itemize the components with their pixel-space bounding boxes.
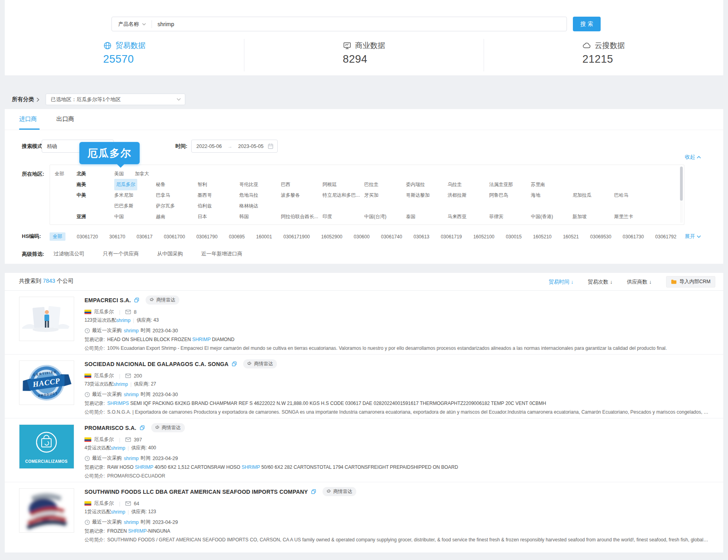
- hs-code[interactable]: 03061790: [196, 234, 217, 240]
- region-item[interactable]: 巴西: [281, 179, 290, 190]
- tab-importers[interactable]: 进口商: [19, 115, 37, 123]
- region-item[interactable]: 韩国: [239, 211, 249, 222]
- company-name[interactable]: EMPACRECI S.A.: [85, 297, 131, 303]
- matched-keyword[interactable]: shrimp: [113, 382, 128, 387]
- company-card[interactable]: SOUTHWIND FOODS LLC DBA GREAT AMERICAN S…: [5, 482, 723, 546]
- region-item[interactable]: 特立尼达和多巴...: [323, 190, 360, 201]
- region-item[interactable]: 新加坡: [572, 211, 587, 222]
- region-item[interactable]: 洪都拉斯: [448, 190, 467, 201]
- import-crm-button[interactable]: 导入内部CRM: [666, 276, 715, 288]
- region-item-all[interactable]: 全部: [55, 169, 77, 179]
- region-item[interactable]: 阿拉伯联合酋长...: [281, 211, 318, 222]
- tab-cloud-data[interactable]: 云搜数据 21215: [582, 39, 625, 71]
- hs-code[interactable]: 03061730: [623, 234, 644, 240]
- region-item[interactable]: 泰国: [406, 211, 415, 222]
- hs-code[interactable]: 16052900: [321, 234, 342, 240]
- hs-code[interactable]: 030613: [413, 234, 429, 240]
- radar-badge[interactable]: 商情雷达: [151, 423, 185, 432]
- hs-code[interactable]: 160001: [256, 234, 272, 240]
- hs-code[interactable]: 03061740: [381, 234, 402, 240]
- hs-code[interactable]: 16052100: [473, 234, 494, 240]
- all-categories-breadcrumb[interactable]: 所有分类: [12, 96, 39, 103]
- region-item[interactable]: 墨西哥: [198, 190, 212, 201]
- search-category-select[interactable]: 产品名称: [112, 21, 152, 28]
- region-item[interactable]: 中国(香港): [531, 211, 553, 222]
- hs-code-all[interactable]: 全部: [50, 232, 65, 241]
- region-item[interactable]: 乌拉圭: [448, 179, 462, 190]
- region-item[interactable]: 尼加拉瓜: [572, 190, 592, 201]
- hs-code[interactable]: 03061792: [655, 234, 676, 240]
- region-item[interactable]: 海地: [531, 190, 540, 201]
- region-item[interactable]: 多米尼加: [114, 190, 133, 201]
- region-item[interactable]: 格林纳达: [239, 201, 258, 211]
- region-item[interactable]: 菲律宾: [489, 211, 503, 222]
- radar-badge[interactable]: 商情雷达: [243, 359, 277, 368]
- region-item[interactable]: 牙买加: [364, 190, 378, 201]
- region-item[interactable]: 阿鲁巴岛: [489, 190, 508, 201]
- advanced-filter-option[interactable]: 从中国采购: [157, 250, 183, 257]
- hs-code[interactable]: 03061719: [441, 234, 462, 240]
- record-keyword[interactable]: SHRIMPS: [107, 401, 129, 406]
- region-scrollbar-thumb[interactable]: [680, 167, 683, 201]
- hs-code[interactable]: 160521: [563, 234, 579, 240]
- hs-code[interactable]: 030617: [136, 234, 152, 240]
- collapse-link[interactable]: 收起: [685, 153, 701, 161]
- matched-keyword[interactable]: shrimp: [111, 509, 125, 515]
- company-name[interactable]: PROMARISCO S.A.: [85, 425, 136, 431]
- hs-code[interactable]: 03069530: [590, 234, 611, 240]
- region-item[interactable]: 巴拉圭: [364, 179, 378, 190]
- region-item[interactable]: 越南: [156, 211, 165, 222]
- recent-keyword[interactable]: shrimp: [124, 520, 139, 525]
- region-item[interactable]: 中国(台湾): [364, 211, 386, 222]
- matched-keyword[interactable]: shrimp: [111, 445, 125, 451]
- region-item[interactable]: 伯利兹: [198, 201, 212, 211]
- company-name[interactable]: SOUTHWIND FOODS LLC DBA GREAT AMERICAN S…: [85, 489, 308, 495]
- tab-trade-data[interactable]: 贸易数据 25570: [103, 39, 146, 71]
- copy-icon[interactable]: [311, 489, 316, 494]
- search-input[interactable]: [152, 21, 567, 27]
- hs-code[interactable]: 306170: [109, 234, 125, 240]
- region-item[interactable]: 秘鲁: [156, 179, 165, 190]
- region-item[interactable]: 哥斯达黎加: [406, 190, 430, 201]
- copy-icon[interactable]: [134, 297, 139, 303]
- hs-code[interactable]: 030600: [354, 234, 370, 240]
- advanced-filter-option[interactable]: 近一年新增进口商: [201, 250, 242, 257]
- region-item[interactable]: 哥伦比亚: [239, 179, 258, 190]
- company-card[interactable]: CERTIFIEDPRODUCTHACCPSOCIEDAD NACIONAL D…: [5, 355, 723, 418]
- radar-badge[interactable]: 商情雷达: [323, 487, 356, 496]
- expand-link[interactable]: 展开: [685, 233, 701, 240]
- record-keyword[interactable]: SHRIMP: [128, 528, 147, 534]
- region-item[interactable]: 萨尔瓦多: [156, 201, 175, 211]
- matched-keyword[interactable]: shrimp: [116, 318, 131, 323]
- region-item[interactable]: 危地马拉: [239, 190, 258, 201]
- hs-code[interactable]: 03061700: [164, 234, 185, 240]
- region-item[interactable]: 日本: [198, 211, 207, 222]
- copy-icon[interactable]: [140, 425, 145, 430]
- recent-keyword[interactable]: shrimp: [124, 456, 139, 461]
- region-item[interactable]: 马来西亚: [448, 211, 467, 222]
- sort-option[interactable]: 供应商数↓: [627, 278, 652, 286]
- region-item[interactable]: 委内瑞拉: [406, 179, 425, 190]
- region-item[interactable]: 阿根廷: [323, 179, 337, 190]
- region-item[interactable]: 法属圭亚那: [489, 179, 513, 190]
- hs-code[interactable]: 030015: [506, 234, 522, 240]
- record-keyword[interactable]: SHRIMP: [192, 337, 210, 342]
- hs-code[interactable]: 0306171900: [283, 234, 310, 240]
- advanced-filter-option[interactable]: 过滤物流公司: [54, 250, 85, 257]
- region-item[interactable]: 巴哈马: [614, 190, 628, 201]
- sort-option[interactable]: 贸易次数↓: [588, 278, 613, 286]
- hs-code[interactable]: 1605210: [533, 234, 552, 240]
- hs-code[interactable]: 03061720: [77, 234, 98, 240]
- selected-region-select[interactable]: 已选地区：厄瓜多尔等1个地区: [46, 94, 185, 105]
- recent-keyword[interactable]: shrimp: [124, 328, 139, 334]
- recent-keyword[interactable]: shrimp: [124, 392, 139, 397]
- record-keyword[interactable]: SHRIMP: [242, 464, 260, 470]
- tab-exporters[interactable]: 出口商: [56, 115, 74, 123]
- region-item[interactable]: 中国: [114, 211, 124, 222]
- hs-code[interactable]: 030695: [229, 234, 245, 240]
- search-button[interactable]: 搜 索: [573, 17, 601, 31]
- date-range-picker[interactable]: 2022-05-06 → 2023-05-05: [191, 140, 278, 153]
- record-keyword[interactable]: SHRIMP: [135, 464, 153, 470]
- region-item[interactable]: 斯里兰卡: [614, 211, 633, 222]
- region-item-selected[interactable]: 厄瓜多尔: [114, 179, 137, 190]
